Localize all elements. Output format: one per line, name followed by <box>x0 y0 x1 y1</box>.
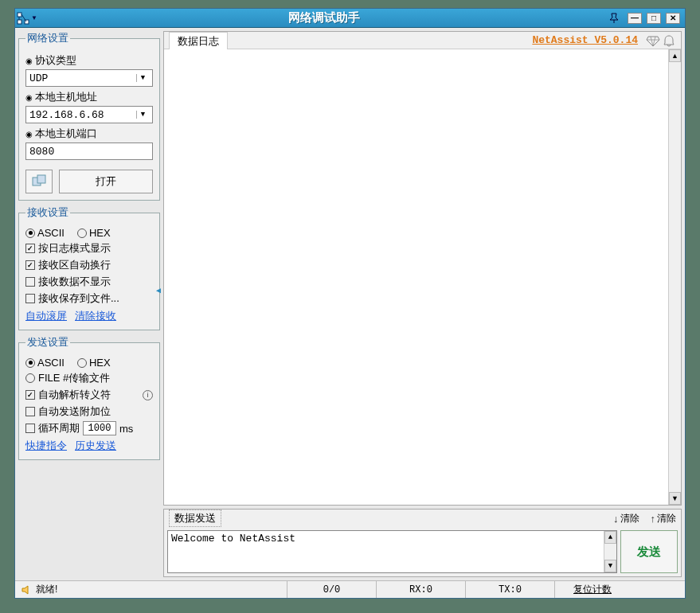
status-ready: 就绪! <box>15 581 287 598</box>
log-scrollbar[interactable]: ▲ ▼ <box>668 49 681 505</box>
sidebar: 网络设置 ◉ 协议类型 UDP ▼ ◉ 本地主机地址 192.168.6.68 … <box>18 31 160 577</box>
clear-left-button[interactable]: ↓ 清除 <box>613 512 639 525</box>
auto-append-check[interactable]: 自动发送附加位 <box>25 404 153 419</box>
arrow-down-icon: ↓ <box>613 513 619 525</box>
gear-icon: ◉ <box>25 130 33 139</box>
recv-legend: 接收设置 <box>25 205 70 220</box>
recv-hex-radio[interactable]: HEX <box>77 227 111 239</box>
send-button[interactable]: 发送 <box>620 530 678 573</box>
close-button[interactable]: ✕ <box>666 13 680 24</box>
log-title: 数据日志 <box>169 32 228 51</box>
protocol-select[interactable]: UDP ▼ <box>25 69 153 87</box>
hide-recv-check[interactable]: 接收数据不显示 <box>25 275 153 289</box>
host-label: ◉ 本地主机地址 <box>25 90 153 104</box>
radio-icon <box>77 228 87 238</box>
recv-settings-group: 接收设置 ASCII HEX 按日志模式显示 <box>18 205 160 330</box>
send-hex-radio[interactable]: HEX <box>77 357 111 369</box>
checkbox-icon <box>25 407 35 416</box>
chevron-down-icon: ▼ <box>31 14 37 21</box>
scroll-up-icon[interactable]: ▲ <box>604 531 616 544</box>
cycle-check[interactable]: 循环周期 1000 ms <box>25 421 153 435</box>
maximize-button[interactable]: □ <box>647 13 661 24</box>
radio-icon <box>77 358 87 368</box>
host-select[interactable]: 192.168.6.68 ▼ <box>25 106 153 123</box>
sidebar-scrollbar[interactable]: ◄ <box>158 31 161 577</box>
scroll-up-icon[interactable]: ▲ <box>669 49 681 62</box>
save-file-check[interactable]: 接收保存到文件... <box>25 291 153 306</box>
link-settings-button[interactable] <box>25 170 53 193</box>
open-button[interactable]: 打开 <box>59 170 153 193</box>
reset-counter-button[interactable]: 复位计数 <box>555 581 630 598</box>
quick-cmd-link[interactable]: 快捷指令 <box>25 439 67 453</box>
app-menu-icon[interactable]: ▼ <box>15 12 39 25</box>
clear-right-button[interactable]: ↑ 清除 <box>651 512 677 525</box>
auto-escape-check[interactable]: 自动解析转义符 i <box>25 388 153 402</box>
status-ratio: 0/0 <box>287 581 377 598</box>
speaker-icon[interactable] <box>22 584 33 595</box>
info-icon[interactable]: i <box>143 390 153 400</box>
send-title: 数据发送 <box>169 510 221 527</box>
send-file-radio[interactable]: FILE #传输文件 <box>25 371 153 385</box>
checkbox-icon <box>25 294 35 303</box>
scroll-down-icon[interactable]: ▼ <box>604 560 616 572</box>
log-panel: 数据日志 NetAssist V5.0.14 ▲ ▼ <box>163 31 682 506</box>
network-legend: 网络设置 <box>25 31 70 45</box>
statusbar: 就绪! 0/0 RX:0 TX:0 复位计数 <box>15 580 685 598</box>
svg-rect-2 <box>18 20 22 24</box>
status-rx: RX:0 <box>377 581 466 598</box>
chevron-down-icon: ▼ <box>136 74 149 82</box>
log-mode-check[interactable]: 按日志模式显示 <box>25 241 153 256</box>
clear-recv-link[interactable]: 清除接收 <box>75 309 116 323</box>
send-settings-group: 发送设置 ASCII HEX FILE #传输文件 <box>18 335 160 460</box>
auto-wrap-check[interactable]: 接收区自动换行 <box>25 258 153 272</box>
chevron-down-icon: ▼ <box>136 111 149 119</box>
port-input[interactable]: 8080 <box>25 143 153 160</box>
log-body[interactable]: ▲ ▼ <box>164 49 681 505</box>
send-legend: 发送设置 <box>25 335 70 349</box>
svg-rect-6 <box>37 175 45 183</box>
send-panel: 数据发送 ↓ 清除 ↑ 清除 Welcome to NetAssist <box>163 509 682 577</box>
checkbox-icon <box>25 390 35 400</box>
checkbox-icon <box>25 260 35 270</box>
network-settings-group: 网络设置 ◉ 协议类型 UDP ▼ ◉ 本地主机地址 192.168.6.68 … <box>18 31 160 201</box>
main-area: 数据日志 NetAssist V5.0.14 ▲ ▼ <box>163 31 682 577</box>
main-window: ▼ 网络调试助手 — □ ✕ 网络设置 ◉ 协议类型 UDP <box>14 8 686 599</box>
history-link[interactable]: 历史发送 <box>75 439 116 453</box>
windows-icon <box>31 174 47 189</box>
diamond-icon[interactable] <box>646 34 660 47</box>
window-title: 网络调试助手 <box>39 10 608 25</box>
radio-icon <box>25 358 35 368</box>
protocol-label: ◉ 协议类型 <box>25 53 153 68</box>
svg-line-3 <box>22 14 26 21</box>
window-controls: — □ ✕ <box>608 13 685 24</box>
auto-scroll-link[interactable]: 自动滚屏 <box>25 309 67 323</box>
bell-icon[interactable] <box>662 34 676 47</box>
recv-ascii-radio[interactable]: ASCII <box>25 227 65 239</box>
radio-icon <box>25 228 35 238</box>
pin-icon[interactable] <box>608 13 620 24</box>
network-icon <box>17 12 29 25</box>
minimize-button[interactable]: — <box>628 13 642 24</box>
gear-icon: ◉ <box>25 57 33 65</box>
body: 网络设置 ◉ 协议类型 UDP ▼ ◉ 本地主机地址 192.168.6.68 … <box>15 28 685 580</box>
send-textarea[interactable]: Welcome to NetAssist ▲ ▼ <box>167 530 617 573</box>
scroll-down-icon[interactable]: ▼ <box>669 492 681 505</box>
send-header: 数据发送 ↓ 清除 ↑ 清除 <box>164 510 681 527</box>
status-tx: TX:0 <box>466 581 555 598</box>
radio-icon <box>25 373 35 383</box>
scroll-left-icon: ◄ <box>154 286 162 295</box>
titlebar: ▼ 网络调试助手 — □ ✕ <box>15 9 685 28</box>
checkbox-icon <box>25 277 35 287</box>
send-scrollbar[interactable]: ▲ ▼ <box>604 531 616 572</box>
version-link[interactable]: NetAssist V5.0.14 <box>532 34 638 46</box>
send-ascii-radio[interactable]: ASCII <box>25 357 65 369</box>
checkbox-icon <box>25 424 35 433</box>
svg-rect-0 <box>18 13 22 17</box>
cycle-input[interactable]: 1000 <box>83 421 116 435</box>
log-header: 数据日志 NetAssist V5.0.14 <box>164 32 681 49</box>
gear-icon: ◉ <box>25 93 33 102</box>
arrow-up-icon: ↑ <box>651 513 656 525</box>
checkbox-icon <box>25 244 35 253</box>
port-label: ◉ 本地主机端口 <box>25 127 153 141</box>
